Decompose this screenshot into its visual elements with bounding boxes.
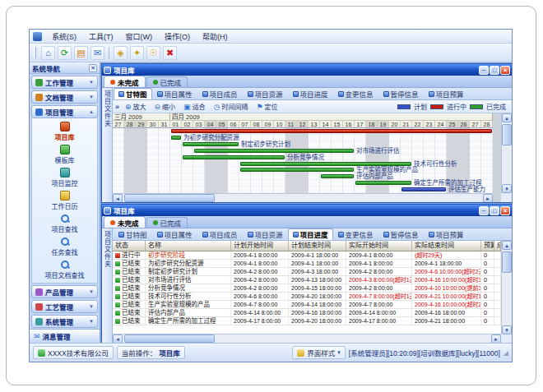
sidebar-group-document[interactable]: 文档管理▼ xyxy=(31,90,98,104)
scroll-track[interactable] xyxy=(502,250,512,325)
close-button[interactable]: × xyxy=(500,66,510,75)
table-row[interactable]: 已结束技术可行性分析2009-4-6 8:00:002009-4-20 18:0… xyxy=(113,293,501,301)
scroll-up-icon[interactable]: ▲ xyxy=(502,241,512,250)
sidebar-item-doc-search[interactable]: 项目文档查找 xyxy=(32,258,97,281)
dropdown-arrow-icon[interactable]: ▾ xyxy=(337,349,341,356)
horizontal-scrollbar[interactable]: ◄ ► xyxy=(113,193,493,202)
zoom-out-button[interactable]: ⊖缩小 xyxy=(152,101,179,112)
menu-item-help[interactable]: 帮助(H) xyxy=(197,30,234,43)
side-tab-project-folder[interactable]: 项目文件夹 xyxy=(102,88,113,202)
toolbar-grip-handle[interactable] xyxy=(34,47,36,58)
gantt-bar[interactable] xyxy=(401,187,446,191)
home-icon[interactable]: ⌂ xyxy=(41,46,55,60)
gantt-bar[interactable] xyxy=(355,181,411,185)
key-icon[interactable]: ✦ xyxy=(130,46,144,60)
time-interval-button[interactable]: ◷时间间隔 xyxy=(211,101,251,112)
view-tab[interactable]: 甘特图 xyxy=(114,228,152,240)
table-window-titlebar[interactable]: 项目库 ─ □ × xyxy=(102,205,512,216)
scroll-thumb[interactable] xyxy=(502,251,512,273)
vertical-scrollbar[interactable]: ▲ ▼ xyxy=(501,113,512,193)
gantt-window-titlebar[interactable]: 项目库 ─ □ × xyxy=(102,64,512,76)
gantt-bar[interactable] xyxy=(171,129,492,133)
zoom-in-button[interactable]: ⊕放大 xyxy=(123,101,149,112)
table-row[interactable]: 已结束分析竞争情况2009-4-2 8:00:002009-4-15 18:00… xyxy=(113,284,501,293)
sidebar-item-template-db[interactable]: 模板库 xyxy=(32,143,97,166)
table-row[interactable]: 已结束对市场进行评估2009-4-2 8:00:002009-4-13 18:0… xyxy=(113,276,501,284)
exit-icon[interactable]: ✖ xyxy=(163,46,177,60)
view-tab[interactable]: 项目成员 xyxy=(197,228,243,240)
table-row[interactable]: 已结束评估内部产品2009-4-14 8:00:002009-4-16 18:0… xyxy=(113,309,501,317)
filter-tab-finished[interactable]: 已完成 xyxy=(146,217,188,228)
gantt-bar[interactable] xyxy=(171,136,181,140)
minimize-button[interactable]: ─ xyxy=(479,66,489,75)
side-tab-project-folder[interactable]: 项目文件夹 xyxy=(102,228,113,343)
scroll-down-icon[interactable]: ▼ xyxy=(502,184,512,193)
table-row[interactable]: 已结束确定生产所需的加工过程2009-4-17 8:00:002009-4-20… xyxy=(113,317,501,325)
resize-grip[interactable]: ◢ xyxy=(504,349,508,357)
gantt-bar[interactable] xyxy=(240,162,411,166)
menu-item-window[interactable]: 窗口(W) xyxy=(120,30,159,43)
sidebar-group-work[interactable]: 工作管理▼ xyxy=(31,76,98,89)
message-icon[interactable]: ✉ xyxy=(90,46,104,60)
view-tab[interactable]: 变更信息 xyxy=(333,228,378,240)
gantt-bar[interactable] xyxy=(183,142,239,146)
ui-style-panel[interactable]: 界面样式 ▾ xyxy=(292,346,346,359)
sidebar-group-product[interactable]: 产品管理▼ xyxy=(31,285,98,298)
maximize-button[interactable]: □ xyxy=(490,206,499,215)
view-tab[interactable]: 项目预算 xyxy=(424,228,469,240)
table-row[interactable]: 已结束生产实验室规模的产品2009-4-7 8:00:002009-4-14 1… xyxy=(113,301,501,309)
sidebar-tab-message[interactable]: ✉ 消息管理 xyxy=(30,329,100,343)
view-tab[interactable]: 项目成员 xyxy=(197,88,243,99)
lock-icon[interactable]: ◈ xyxy=(114,46,128,60)
view-tab[interactable]: 暂停信息 xyxy=(378,228,424,240)
filter-tab-unfinished[interactable]: 未完成 xyxy=(104,76,146,87)
scroll-track[interactable] xyxy=(123,194,483,202)
refresh-icon[interactable]: ⟳ xyxy=(58,46,72,60)
view-tab[interactable]: 项目进度 xyxy=(288,88,333,99)
view-tab[interactable]: 甘特图 xyxy=(114,88,152,99)
view-tab[interactable]: 项目进度 xyxy=(288,228,333,240)
scroll-left-icon[interactable]: ◄ xyxy=(113,334,123,344)
scroll-left-icon[interactable]: ◄ xyxy=(113,194,123,203)
close-button[interactable]: × xyxy=(500,206,510,215)
view-tab[interactable]: 项目资源 xyxy=(243,228,288,240)
toolbar-overflow-chevron[interactable]: » xyxy=(115,103,119,111)
menu-item-operate[interactable]: 操作(O) xyxy=(159,30,196,43)
scroll-right-icon[interactable]: ► xyxy=(491,334,501,344)
view-tab[interactable]: 暂停信息 xyxy=(378,88,424,99)
gantt-bar[interactable] xyxy=(321,174,354,178)
scroll-thumb[interactable] xyxy=(502,124,512,145)
scroll-down-icon[interactable]: ▼ xyxy=(502,325,512,334)
sidebar-item-monitor[interactable]: 项目监控 xyxy=(32,166,97,189)
view-tab[interactable]: 项目资源 xyxy=(243,88,288,99)
table-row[interactable]: 进行中初步研究阶段2009-4-1 8:00:002009-4-1 18:00:… xyxy=(113,251,501,260)
view-tab[interactable]: 项目预算 xyxy=(424,88,469,99)
sidebar-item-calendar[interactable]: 工作日历 xyxy=(32,189,97,212)
sidebar-group-system[interactable]: 系统管理▼ xyxy=(31,315,98,328)
fit-button[interactable]: ▣适合 xyxy=(181,101,208,112)
sidebar-item-project-search[interactable]: 项目查找 xyxy=(32,212,97,235)
minimize-button[interactable]: ─ xyxy=(479,206,489,215)
menu-item-system[interactable]: 系统(S) xyxy=(46,30,82,43)
scroll-thumb[interactable] xyxy=(124,194,215,202)
gantt-bar[interactable] xyxy=(194,149,354,153)
filter-tab-finished[interactable]: 已完成 xyxy=(146,76,188,87)
scroll-track[interactable] xyxy=(123,334,491,343)
gantt-bar[interactable] xyxy=(240,168,354,172)
maximize-button[interactable]: □ xyxy=(490,66,499,75)
sidebar-item-task-search[interactable]: 任务查找 xyxy=(32,235,97,258)
help-icon[interactable]: ☉ xyxy=(146,46,160,60)
filter-tab-unfinished[interactable]: 未完成 xyxy=(104,216,146,228)
sidebar-item-project-db[interactable]: 项目库 xyxy=(32,120,97,143)
scroll-track[interactable] xyxy=(502,122,512,184)
sidebar-group-project[interactable]: 项目管理▲ xyxy=(31,105,98,118)
locate-button[interactable]: ⚑定位 xyxy=(253,101,280,112)
view-tab[interactable]: 项目属性 xyxy=(152,228,197,240)
horizontal-scrollbar[interactable]: ◄ ► xyxy=(113,334,501,343)
view-tab[interactable]: 变更信息 xyxy=(333,88,378,99)
scroll-thumb[interactable] xyxy=(124,334,215,343)
menu-item-tools[interactable]: 工具(T) xyxy=(83,30,119,43)
scroll-up-icon[interactable]: ▲ xyxy=(502,113,512,122)
sidebar-group-process[interactable]: 工艺管理▼ xyxy=(31,300,98,313)
table-row[interactable]: 已结束为初步研究分配资源2009-4-1 8:00:002009-4-1 18:… xyxy=(113,260,501,268)
